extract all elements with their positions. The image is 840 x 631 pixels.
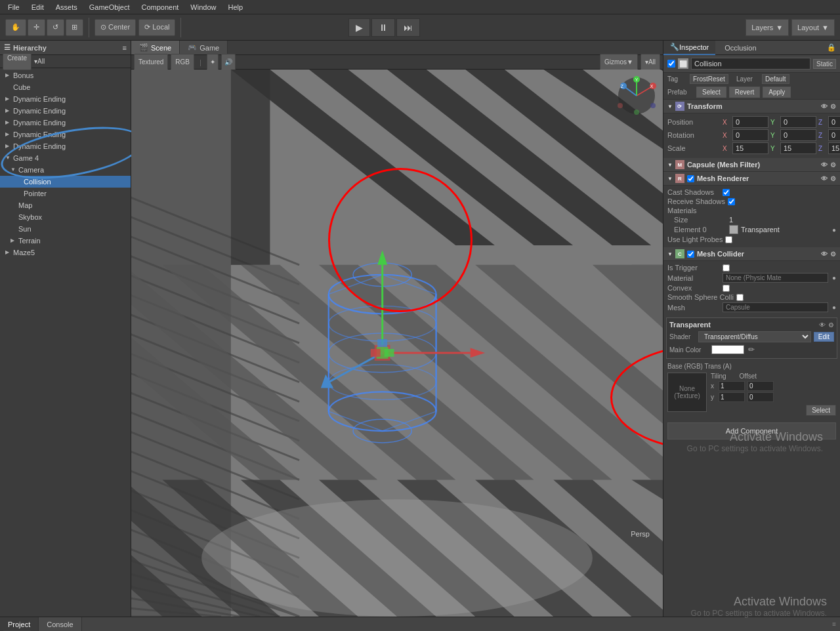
tab-game[interactable]: 🎮 Game (180, 41, 228, 54)
menu-file[interactable]: File (3, 2, 25, 12)
hierarchy-item-dynamic4[interactable]: ▶ Dynamic Ending (0, 129, 131, 140)
convex-checkbox[interactable] (723, 285, 730, 292)
light-probes-checkbox[interactable] (725, 236, 732, 243)
select-btn[interactable]: Select (696, 87, 726, 98)
menu-gameobject[interactable]: GameObject (84, 2, 135, 12)
textured-btn[interactable]: Textured (134, 54, 168, 71)
rot-y-input[interactable] (780, 129, 816, 141)
space-button[interactable]: ⟳ Local (138, 19, 175, 36)
all-btn[interactable]: ▾All (640, 54, 660, 71)
hierarchy-create-btn[interactable]: Create (3, 53, 32, 70)
static-badge[interactable]: Static (813, 59, 836, 69)
step-button[interactable]: ⏭ (396, 18, 420, 37)
tab-occlusion[interactable]: Occlusion (718, 41, 763, 55)
offset-y-input[interactable] (747, 392, 774, 402)
material-eye-icon[interactable]: 👁 (819, 321, 826, 329)
hierarchy-item-camera[interactable]: ▼ Camera (0, 164, 131, 176)
tool-hand[interactable]: ✋ (5, 19, 26, 36)
mesh-collider-header[interactable]: ▼ C Mesh Collider 👁 ⚙ (663, 247, 840, 261)
layers-button[interactable]: Layers ▼ (746, 19, 789, 36)
tiling-y-input[interactable] (719, 392, 745, 402)
transform-header[interactable]: ▼ ⟳ Transform 👁 ⚙ (663, 100, 840, 113)
menu-edit[interactable]: Edit (26, 2, 49, 12)
tab-console[interactable]: Console (39, 617, 81, 631)
main-color-swatch[interactable] (711, 345, 744, 354)
element0-dot[interactable]: ● (832, 226, 836, 234)
mesh-renderer-gear-icon[interactable]: ⚙ (830, 175, 836, 182)
hierarchy-menu-icon[interactable]: ≡ (123, 44, 127, 52)
hierarchy-item-skybox[interactable]: Skybox (0, 211, 131, 223)
hierarchy-item-game4[interactable]: ▼ Game 4 (0, 152, 131, 164)
hierarchy-item-map[interactable]: Map (0, 199, 131, 211)
pos-z-input[interactable] (828, 116, 840, 128)
object-name-input[interactable] (691, 58, 810, 70)
hierarchy-item-pointer[interactable]: Pointer (0, 188, 131, 199)
mesh-collider-gear-icon[interactable]: ⚙ (830, 251, 836, 258)
pos-x-input[interactable] (732, 116, 768, 128)
scene-view[interactable]: X Y Z Persp (131, 70, 663, 617)
scale-z-input[interactable] (828, 142, 840, 154)
scene-btn1[interactable]: ✦ (207, 54, 219, 71)
mesh-dot[interactable]: ● (832, 304, 836, 311)
hierarchy-item-cube[interactable]: Cube (0, 81, 131, 93)
rot-x-input[interactable] (732, 129, 768, 141)
texture-select-btn[interactable]: Select (806, 405, 836, 416)
tiling-x-input[interactable] (719, 381, 745, 391)
revert-btn[interactable]: Revert (729, 87, 760, 98)
mesh-collider-checkbox[interactable] (687, 251, 694, 258)
rgb-btn[interactable]: RGB (171, 54, 194, 71)
smooth-sphere-checkbox[interactable] (736, 294, 744, 301)
scale-y-input[interactable] (780, 142, 816, 154)
is-trigger-checkbox[interactable] (723, 264, 730, 272)
tag-dropdown[interactable]: FrostReset (690, 74, 728, 84)
transform-gear-icon[interactable]: ⚙ (830, 103, 836, 110)
cast-shadows-checkbox[interactable] (723, 189, 730, 196)
tab-inspector[interactable]: 🔧 Inspector (663, 41, 715, 55)
scene-btn2[interactable]: 🔊 (221, 54, 236, 71)
menu-assets[interactable]: Assets (51, 2, 83, 12)
pivot-button[interactable]: ⊙ Center (94, 19, 136, 36)
project-menu-icon[interactable]: ≡ (828, 617, 840, 631)
tool-rotate[interactable]: ↺ (47, 19, 64, 36)
collider-material-dot[interactable]: ● (832, 274, 836, 281)
tool-move[interactable]: ✛ (28, 19, 45, 36)
hierarchy-item-sun[interactable]: Sun (0, 223, 131, 235)
menu-component[interactable]: Component (136, 2, 184, 12)
hierarchy-item-maze5[interactable]: ▶ Maze5 (0, 247, 131, 258)
object-active-checkbox[interactable] (667, 60, 675, 68)
hierarchy-item-collision[interactable]: Collision (0, 176, 131, 188)
receive-shadows-checkbox[interactable] (728, 198, 735, 205)
apply-btn[interactable]: Apply (763, 87, 791, 98)
rot-z-input[interactable] (828, 129, 840, 141)
layer-dropdown[interactable]: Default (762, 74, 789, 84)
hierarchy-item-bonus[interactable]: ▶ Bonus (0, 70, 131, 81)
mesh-collider-eye-icon[interactable]: 👁 (821, 251, 828, 258)
material-gear-icon[interactable]: ⚙ (828, 321, 834, 329)
tab-project[interactable]: Project (0, 617, 39, 631)
pause-button[interactable]: ⏸ (371, 18, 395, 37)
mesh-filter-header[interactable]: ▼ M Capsule (Mesh Filter) 👁 ⚙ (663, 158, 840, 172)
offset-x-input[interactable] (747, 381, 774, 391)
mesh-renderer-eye-icon[interactable]: 👁 (821, 175, 828, 182)
mesh-filter-gear-icon[interactable]: ⚙ (830, 161, 836, 169)
gizmos-btn[interactable]: Gizmos▼ (600, 54, 638, 71)
hierarchy-item-dynamic3[interactable]: ▶ Dynamic Ending (0, 117, 131, 129)
material-color-swatch[interactable] (729, 225, 738, 234)
inspector-lock-icon[interactable]: 🔒 (823, 42, 840, 53)
mesh-renderer-checkbox[interactable] (687, 175, 694, 182)
hierarchy-item-dynamic1[interactable]: ▶ Dynamic Ending (0, 93, 131, 105)
hierarchy-item-dynamic2[interactable]: ▶ Dynamic Ending (0, 105, 131, 117)
menu-help[interactable]: Help (222, 2, 248, 12)
layout-button[interactable]: Layout ▼ (791, 19, 835, 36)
scale-x-input[interactable] (732, 142, 768, 154)
hierarchy-all-btn[interactable]: ▾All (34, 58, 45, 65)
play-button[interactable]: ▶ (348, 18, 370, 37)
texture-preview[interactable]: None (Texture) (667, 373, 707, 412)
mesh-renderer-header[interactable]: ▼ R Mesh Renderer 👁 ⚙ (663, 172, 840, 186)
mesh-filter-eye-icon[interactable]: 👁 (821, 161, 828, 169)
tab-scene[interactable]: 🎬 Scene (131, 41, 180, 54)
shader-dropdown[interactable]: Transparent/Diffus (698, 331, 811, 342)
tool-scale[interactable]: ⊞ (66, 19, 83, 36)
transform-eye-icon[interactable]: 👁 (821, 103, 828, 110)
hierarchy-item-terrain[interactable]: ▶ Terrain (0, 235, 131, 247)
